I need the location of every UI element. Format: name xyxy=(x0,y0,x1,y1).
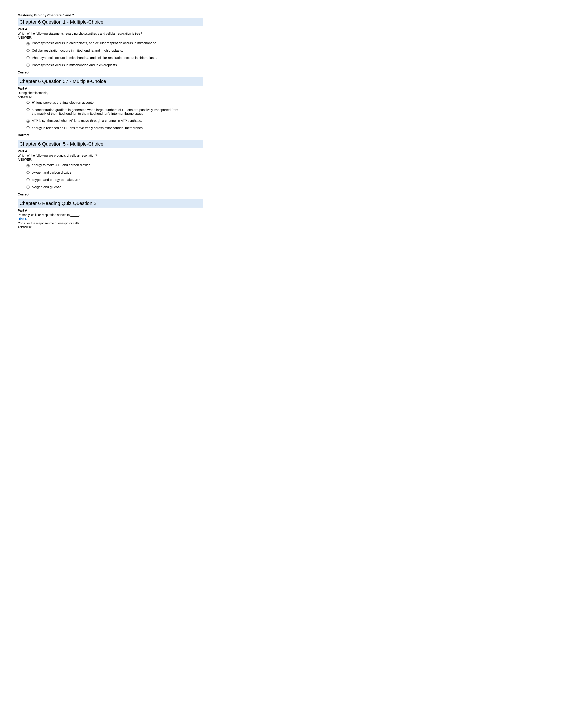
option-text-2-3: ATP is synthesized when H+ ions move thr… xyxy=(32,118,142,122)
option-3-1[interactable]: energy to make ATP and carbon dioxide xyxy=(18,163,203,167)
option-2-4[interactable]: energy is released as H+ ions move freel… xyxy=(18,126,203,130)
question-header-2: Chapter 6 Question 37 - Multiple-Choice xyxy=(18,77,203,86)
part-label-1: Part A xyxy=(18,27,203,31)
question-text-1: Which of the following statements regard… xyxy=(18,32,203,35)
part-label-4: Part A xyxy=(18,208,203,212)
option-text-3-4: oxygen and glucose xyxy=(32,185,61,189)
part-label-2: Part A xyxy=(18,86,203,90)
option-text-3-1: energy to make ATP and carbon dioxide xyxy=(32,163,90,167)
option-text-2-4: energy is released as H+ ions move freel… xyxy=(32,126,143,130)
question-block-1: Chapter 6 Question 1 - Multiple-Choice P… xyxy=(18,18,203,74)
question-block-4: Chapter 6 Reading Quiz Question 2 Part A… xyxy=(18,199,203,229)
option-2-3[interactable]: ATP is synthesized when H+ ions move thr… xyxy=(18,118,203,123)
option-1-4[interactable]: Photosynthesis occurs in mitochondria an… xyxy=(18,63,203,67)
hint-text: Consider the major source of energy for … xyxy=(18,221,203,225)
question-block-2: Chapter 6 Question 37 - Multiple-Choice … xyxy=(18,77,203,137)
question-text-4: Primarily, cellular respiration serves t… xyxy=(18,213,203,217)
radio-selected-icon-3-1 xyxy=(26,164,30,167)
option-3-2[interactable]: oxygen and carbon dioxide xyxy=(18,171,203,175)
radio-1-1[interactable] xyxy=(26,41,30,45)
radio-selected-icon-2-3 xyxy=(26,120,30,123)
option-1-2[interactable]: Cellular respiration occurs in mitochond… xyxy=(18,49,203,53)
option-text-2-1: H+ ions serve as the final electron acce… xyxy=(32,100,96,104)
option-2-1[interactable]: H+ ions serve as the final electron acce… xyxy=(18,100,203,105)
radio-empty-icon-1-3 xyxy=(26,56,30,59)
question-block-3: Chapter 6 Question 5 - Multiple-Choice P… xyxy=(18,140,203,196)
option-text-1-2: Cellular respiration occurs in mitochond… xyxy=(32,49,123,52)
option-text-1-1: Photosynthesis occurs in chloroplasts, a… xyxy=(32,41,157,45)
radio-3-4[interactable] xyxy=(26,186,30,189)
radio-empty-icon-2-1 xyxy=(26,101,30,104)
question-header-4: Chapter 6 Reading Quiz Question 2 xyxy=(18,199,203,208)
radio-1-3[interactable] xyxy=(26,56,30,60)
option-1-3[interactable]: Photosynthesis occurs in mitochondria, a… xyxy=(18,56,203,60)
question-header-3: Chapter 6 Question 5 - Multiple-Choice xyxy=(18,140,203,148)
result-3: Correct xyxy=(18,192,203,196)
answer-label-3: ANSWER: xyxy=(18,158,203,161)
question-header-1: Chapter 6 Question 1 - Multiple-Choice xyxy=(18,18,203,26)
radio-2-2[interactable] xyxy=(26,108,30,112)
radio-1-2[interactable] xyxy=(26,49,30,53)
radio-3-1[interactable] xyxy=(26,163,30,167)
part-label-3: Part A xyxy=(18,149,203,153)
radio-1-4[interactable] xyxy=(26,64,30,67)
radio-2-4[interactable] xyxy=(26,126,30,130)
option-text-1-4: Photosynthesis occurs in mitochondria an… xyxy=(32,63,118,67)
radio-empty-icon-3-3 xyxy=(26,178,30,181)
option-text-3-2: oxygen and carbon dioxide xyxy=(32,171,71,174)
option-1-1[interactable]: Photosynthesis occurs in chloroplasts, a… xyxy=(18,41,203,45)
radio-empty-icon-1-4 xyxy=(26,64,30,67)
option-text-2-2: a concentration gradient is generated wh… xyxy=(32,108,178,115)
answer-label-2: ANSWER: xyxy=(18,95,203,99)
radio-selected-icon-1-1 xyxy=(26,42,30,45)
answer-label-4: ANSWER: xyxy=(18,225,203,229)
radio-empty-icon-3-4 xyxy=(26,186,30,189)
radio-empty-icon-2-2 xyxy=(26,108,30,111)
option-text-1-3: Photosynthesis occurs in mitochondria, a… xyxy=(32,56,157,60)
result-2: Correct xyxy=(18,133,203,137)
radio-2-3[interactable] xyxy=(26,119,30,123)
answer-label-1: ANSWER: xyxy=(18,36,203,39)
radio-empty-icon-2-4 xyxy=(26,126,30,129)
question-text-2: During chemiosmosis, xyxy=(18,91,203,95)
option-3-4[interactable]: oxygen and glucose xyxy=(18,185,203,189)
radio-empty-icon-3-2 xyxy=(26,171,30,174)
app-title: Mastering Biology Chapters 6 and 7 xyxy=(18,13,203,17)
radio-3-3[interactable] xyxy=(26,178,30,182)
radio-2-1[interactable] xyxy=(26,101,30,105)
result-1: Correct xyxy=(18,70,203,74)
radio-3-2[interactable] xyxy=(26,171,30,175)
option-2-2[interactable]: a concentration gradient is generated wh… xyxy=(18,108,203,115)
radio-empty-icon-1-2 xyxy=(26,49,30,52)
option-3-3[interactable]: oxygen and energy to make ATP xyxy=(18,178,203,182)
option-text-3-3: oxygen and energy to make ATP xyxy=(32,178,80,182)
question-text-3: Which of the following are products of c… xyxy=(18,154,203,157)
hint-link[interactable]: Hint 1. xyxy=(18,217,203,221)
